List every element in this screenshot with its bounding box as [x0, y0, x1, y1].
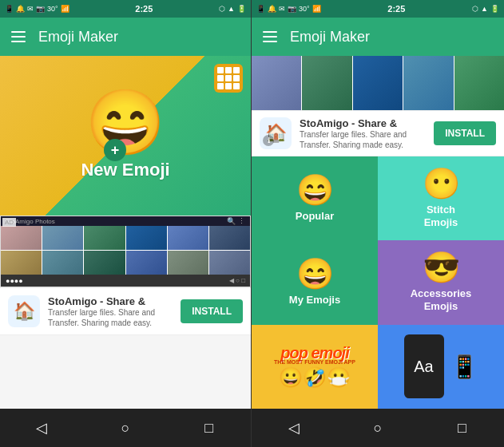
- right-info-icon: ℹ: [263, 135, 274, 146]
- ad-photo-11: [168, 251, 208, 275]
- popular-category[interactable]: 😄 Popular: [252, 156, 378, 240]
- left-phone-panel: 📱 🔔 ✉ 📷 📱 🔔 ✉ 📷 30° 📶 30° 📶 2:25 ⬡ ▲ 🔋 E…: [0, 0, 252, 447]
- right-status-bar: 📱 🔔 ✉ 📷 30° 📶 2:25 ⬡ ▲ 🔋: [252, 0, 504, 18]
- pop-emoji-content: pop emoji THE MOST FUNNY EMOJI APP 😀🤣😷: [274, 325, 355, 409]
- left-stoamigo-title: StoAmigo - Share &: [48, 295, 173, 307]
- ad-bar: ●●●● ◀ ○ □: [1, 275, 250, 287]
- category-grid: 😄 Popular 😶 StitchEmojis 😄 My Emojis 😎 A…: [252, 156, 504, 409]
- strip-photo-2: [302, 56, 351, 110]
- r-temp: 30°: [299, 5, 310, 13]
- left-status-right-icons: ⬡ ▲ 🔋: [219, 5, 246, 13]
- left-status-left-icons: 📱 🔔 ✉ 📷 📱 🔔 ✉ 📷 30° 📶 30° 📶: [5, 5, 69, 13]
- plus-badge: +: [104, 139, 126, 161]
- ad-inner: StoAmigo Photos 🔍 ⋮: [1, 216, 250, 287]
- new-emoji-label: New Emoji: [81, 160, 169, 180]
- popular-label: Popular: [296, 210, 334, 223]
- right-time: 2:25: [387, 4, 405, 14]
- right-home-button[interactable]: ○: [354, 412, 402, 444]
- ad-photo-10: [126, 251, 167, 275]
- wifi-icon: ▲: [228, 5, 235, 13]
- left-home-button[interactable]: ○: [101, 412, 149, 444]
- left-stoamigo-icon: 🏠: [8, 295, 40, 327]
- camera-icon: 📷: [36, 5, 45, 13]
- ad-bar-dots: ●●●●: [6, 277, 23, 285]
- r-message-icon: ✉: [279, 5, 285, 13]
- right-stoamigo-title: StoAmigo - Share &: [300, 117, 426, 129]
- accessories-emoji: 😎: [423, 252, 460, 283]
- my-emojis-category[interactable]: 😄 My Emojis: [252, 240, 378, 324]
- right-main-content: 🏠 ℹ StoAmigo - Share & Transfer large fi…: [252, 56, 504, 409]
- left-back-button[interactable]: ◁: [18, 412, 65, 444]
- right-status-right-icons: ⬡ ▲ 🔋: [472, 5, 499, 13]
- pop-emoji-category[interactable]: pop emoji THE MOST FUNNY EMOJI APP 😀🤣😷: [252, 325, 378, 409]
- ad-toolbar-icon1: 🔍: [227, 217, 236, 225]
- temp-text: 30°: [47, 5, 58, 13]
- right-hamburger-icon[interactable]: [263, 31, 277, 42]
- r-battery-icon: 🔋: [490, 5, 499, 13]
- grid-icon: [217, 67, 240, 89]
- pop-emoji-subtitle: THE MOST FUNNY EMOJI APP: [274, 359, 355, 365]
- ad-photo-7: [1, 251, 42, 275]
- right-toolbar: Emoji Maker: [252, 18, 504, 56]
- left-ad-section: AD StoAmigo Photos 🔍 ⋮: [0, 216, 251, 287]
- ad-photo-3: [84, 226, 125, 250]
- battery-icon: 🔋: [237, 5, 246, 13]
- strip-photo-5: [454, 56, 504, 110]
- notification-icon: 🔔: [16, 5, 25, 13]
- left-status-bar: 📱 🔔 ✉ 📷 📱 🔔 ✉ 📷 30° 📶 30° 📶 2:25 ⬡ ▲ 🔋: [0, 0, 251, 18]
- right-stoamigo-text: StoAmigo - Share & Transfer large files.…: [300, 117, 426, 150]
- right-back-button[interactable]: ◁: [270, 412, 318, 444]
- left-stoamigo-banner: 🏠 StoAmigo - Share & Transfer large file…: [0, 287, 251, 335]
- bluetooth-icon: ⬡: [219, 5, 225, 13]
- r-wifi-icon: ▲: [481, 5, 488, 13]
- ad-photo-8: [42, 251, 83, 275]
- accessories-label: AccessoriesEmojis: [411, 287, 472, 312]
- my-emojis-emoji: 😄: [296, 259, 334, 289]
- r-phone-icon: 📱: [256, 5, 265, 13]
- ad-photo-5: [168, 226, 208, 250]
- right-status-left-icons: 📱 🔔 ✉ 📷 30° 📶: [256, 5, 321, 13]
- right-recent-button[interactable]: □: [438, 412, 486, 444]
- keyboard-phone-icon: Aa: [404, 334, 444, 398]
- phone-icon: 📱: [5, 5, 14, 13]
- r-signal-icon: 📶: [312, 5, 321, 13]
- popular-emoji: 😄: [296, 175, 334, 205]
- left-install-button[interactable]: INSTALL: [181, 299, 243, 323]
- right-install-button[interactable]: INSTALL: [434, 121, 496, 145]
- left-hamburger-icon[interactable]: [11, 31, 26, 42]
- accessories-emojis-category[interactable]: 😎 AccessoriesEmojis: [378, 240, 504, 324]
- r-notification-icon: 🔔: [268, 5, 276, 13]
- ad-bar-icons: ◀ ○ □: [229, 277, 245, 284]
- ad-photo-1: [1, 226, 42, 250]
- strip-photo-4: [403, 56, 453, 110]
- stitch-label: StitchEmojis: [424, 204, 458, 228]
- strip-photo-3: [353, 56, 403, 110]
- stitch-emojis-category[interactable]: 😶 StitchEmojis: [378, 156, 504, 240]
- signal-icon: 📶: [61, 5, 69, 13]
- ad-photo-12: [209, 251, 250, 275]
- right-bottom-nav: ◁ ○ □: [252, 409, 504, 447]
- message-icon: ✉: [27, 5, 34, 13]
- ad-photo-2: [42, 226, 83, 250]
- grid-view-button[interactable]: [214, 64, 243, 93]
- ad-label: AD: [2, 218, 16, 227]
- left-stoamigo-desc: Transfer large files. Share and Transfer…: [48, 307, 173, 328]
- ad-photo-4: [126, 226, 167, 250]
- ad-photo-9: [84, 251, 125, 275]
- ad-toolbar-icon2: ⋮: [238, 217, 245, 225]
- keyboard-category[interactable]: Aa 📱: [378, 325, 504, 409]
- left-recent-button[interactable]: □: [185, 412, 233, 444]
- r-camera-icon: 📷: [288, 5, 296, 13]
- r-bluetooth-icon: ⬡: [472, 5, 478, 13]
- left-toolbar: Emoji Maker: [0, 18, 251, 56]
- right-stoamigo-desc: Transfer large files. Share and Transfer…: [300, 129, 426, 150]
- my-emojis-label: My Emojis: [289, 294, 340, 307]
- right-app-title: Emoji Maker: [290, 29, 370, 45]
- left-time: 2:25: [135, 4, 153, 14]
- ad-photo-6: [209, 226, 250, 250]
- ad-photo-grid: [1, 226, 250, 275]
- keyboard-icon: 📱: [450, 354, 478, 380]
- strip-photo-1: [252, 56, 301, 110]
- new-emoji-banner[interactable]: 😄 + New Emoji: [0, 56, 251, 216]
- pop-emoji-faces: 😀🤣😷: [279, 366, 351, 389]
